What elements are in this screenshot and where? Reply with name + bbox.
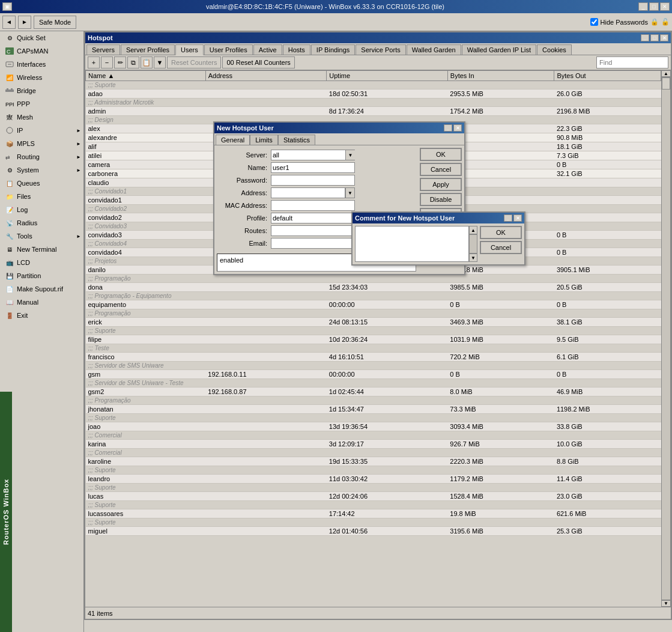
table-row[interactable]: lucas12d 00:24:061528.4 MiB23.0 GiB bbox=[86, 492, 661, 501]
sidebar-item-log[interactable]: 📝 Log bbox=[0, 203, 83, 216]
col-bytes-in[interactable]: Bytes In bbox=[447, 71, 554, 81]
sidebar-item-mesh[interactable]: 🕸 Mesh bbox=[0, 111, 83, 124]
filter-btn[interactable]: ▼ bbox=[154, 56, 166, 68]
profile-input[interactable] bbox=[271, 213, 355, 223]
sidebar-item-files[interactable]: 📁 Files bbox=[0, 190, 83, 203]
sidebar-item-new-terminal[interactable]: 🖥 New Terminal bbox=[0, 243, 83, 256]
table-row[interactable]: equipamento00:00:000 B0 B bbox=[86, 300, 661, 309]
tab-service-ports[interactable]: Service Ports bbox=[356, 44, 405, 55]
tab-users[interactable]: Users bbox=[175, 44, 204, 55]
name-input[interactable] bbox=[271, 162, 355, 173]
table-row[interactable]: lucassoares17:14:4219.8 MiB621.6 MiB bbox=[86, 509, 661, 518]
col-uptime[interactable]: Uptime bbox=[327, 71, 448, 81]
paste-btn[interactable]: 📋 bbox=[141, 56, 153, 68]
reset-all-counters-btn[interactable]: 00 Reset All Counters bbox=[222, 56, 294, 68]
table-row[interactable]: joao13d 19:36:543093.4 MiB33.8 GiB bbox=[86, 422, 661, 431]
col-name[interactable]: Name ▲ bbox=[86, 71, 206, 81]
sidebar-item-bridge[interactable]: Bridge bbox=[0, 84, 83, 97]
sidebar-item-mpls[interactable]: 📦 MPLS ► bbox=[0, 137, 83, 150]
sidebar-item-quick-set[interactable]: ⚙ Quick Set bbox=[0, 31, 83, 44]
table-row[interactable]: admin8d 17:36:241754.2 MiB2196.8 MiB bbox=[86, 107, 661, 116]
safe-mode-button[interactable]: Safe Mode bbox=[34, 16, 76, 29]
sidebar-item-lcd[interactable]: 📺 LCD bbox=[0, 256, 83, 269]
apply-button[interactable]: Apply bbox=[420, 178, 462, 191]
sidebar-item-system[interactable]: ⚙ System ► bbox=[0, 163, 83, 177]
tab-active[interactable]: Active bbox=[253, 44, 282, 55]
sidebar-item-ip[interactable]: IP ► bbox=[0, 124, 83, 137]
routes-input[interactable] bbox=[271, 225, 355, 236]
sidebar-item-partition[interactable]: 💾 Partition bbox=[0, 269, 83, 282]
sidebar-item-routing[interactable]: ⇄ Routing ► bbox=[0, 150, 83, 163]
sidebar-item-exit[interactable]: 🚪 Exit bbox=[0, 309, 83, 322]
table-row[interactable]: jhonatan1d 15:34:4773.3 MiB1198.2 MiB bbox=[86, 405, 661, 414]
sidebar-item-manual[interactable]: 📖 Manual bbox=[0, 296, 83, 309]
close-btn[interactable]: ✕ bbox=[660, 2, 670, 11]
sidebar-item-capsman[interactable]: C CAPsMAN bbox=[0, 44, 83, 58]
tab-servers[interactable]: Servers bbox=[86, 44, 120, 55]
title-bar-menu-btn[interactable]: ▣ bbox=[2, 2, 12, 11]
address-input[interactable] bbox=[271, 187, 345, 198]
comment-scroll-down[interactable]: ▼ bbox=[469, 254, 477, 262]
comment-dialog-minimize[interactable]: _ bbox=[504, 214, 512, 222]
copy-btn[interactable]: ⧉ bbox=[127, 56, 139, 68]
minimize-btn[interactable]: _ bbox=[638, 2, 648, 11]
table-row[interactable]: gsm2192.168.0.871d 02:45:448.0 MiB46.9 M… bbox=[86, 387, 661, 397]
ok-button[interactable]: OK bbox=[420, 148, 462, 161]
reset-counters-btn[interactable]: Reset Counters bbox=[167, 56, 221, 68]
comment-cancel-button[interactable]: Cancel bbox=[480, 241, 522, 254]
scroll-up-btn[interactable]: ▲ bbox=[661, 70, 671, 77]
nav-forward-btn[interactable]: ► bbox=[18, 16, 31, 29]
sidebar-item-wireless[interactable]: 📶 Wireless bbox=[0, 71, 83, 84]
nav-back-btn[interactable]: ◄ bbox=[2, 16, 16, 29]
col-bytes-out[interactable]: Bytes Out bbox=[554, 71, 661, 81]
new-user-tab-limits[interactable]: Limits bbox=[250, 135, 278, 145]
disable-button[interactable]: Disable bbox=[420, 193, 462, 206]
edit-btn[interactable]: ✏ bbox=[114, 56, 126, 68]
maximize-btn[interactable]: □ bbox=[649, 2, 659, 11]
tab-walled-garden[interactable]: Walled Garden bbox=[407, 44, 461, 55]
email-input[interactable] bbox=[271, 238, 355, 249]
tab-cookies[interactable]: Cookies bbox=[537, 44, 572, 55]
sidebar-item-make-supout[interactable]: 📄 Make Supout.rif bbox=[0, 282, 83, 296]
tab-walled-garden-ip[interactable]: Walled Garden IP List bbox=[462, 44, 536, 55]
tab-server-profiles[interactable]: Server Profiles bbox=[121, 44, 175, 55]
mac-input[interactable] bbox=[271, 200, 355, 211]
table-row[interactable]: adao18d 02:50:312953.5 MiB26.0 GiB bbox=[86, 90, 661, 99]
search-input[interactable] bbox=[596, 56, 668, 68]
comment-ok-button[interactable]: OK bbox=[480, 226, 522, 239]
tab-user-profiles[interactable]: User Profiles bbox=[204, 44, 253, 55]
scroll-thumb[interactable] bbox=[662, 77, 670, 90]
sidebar-item-tools[interactable]: 🔧 Tools ► bbox=[0, 229, 83, 243]
new-user-tab-general[interactable]: General bbox=[216, 135, 250, 145]
remove-btn[interactable]: − bbox=[101, 56, 113, 68]
table-row[interactable]: erick24d 08:13:153469.3 MiB38.1 GiB bbox=[86, 318, 661, 327]
table-row[interactable]: francisco4d 16:10:51720.2 MiB6.1 GiB bbox=[86, 353, 661, 362]
tab-hosts[interactable]: Hosts bbox=[283, 44, 310, 55]
table-row[interactable]: gsm192.168.0.1100:00:000 B0 B bbox=[86, 370, 661, 379]
sidebar-item-interfaces[interactable]: Interfaces bbox=[0, 58, 83, 71]
table-row[interactable]: leandro11d 03:30:421179.2 MiB11.4 GiB bbox=[86, 475, 661, 484]
new-user-dialog-close[interactable]: ✕ bbox=[453, 124, 462, 132]
tab-ip-bindings[interactable]: IP Bindings bbox=[311, 44, 355, 55]
table-row[interactable]: karina3d 12:09:17926.7 MiB10.0 GiB bbox=[86, 440, 661, 449]
table-row[interactable]: dona15d 23:34:033985.5 MiB20.5 GiB bbox=[86, 283, 661, 292]
sidebar-item-ppp[interactable]: PPP PPP bbox=[0, 97, 83, 111]
scroll-down-btn[interactable]: ▼ bbox=[661, 600, 671, 607]
add-btn[interactable]: + bbox=[88, 56, 100, 68]
cancel-button[interactable]: Cancel bbox=[420, 163, 462, 176]
comment-scroll-up[interactable]: ▲ bbox=[469, 226, 477, 234]
col-address[interactable]: Address bbox=[205, 71, 327, 81]
sidebar-item-radius[interactable]: 📡 Radius bbox=[0, 216, 83, 229]
hide-passwords-checkbox[interactable] bbox=[590, 18, 598, 26]
table-row[interactable]: filipe10d 20:36:241031.9 MiB9.5 GiB bbox=[86, 335, 661, 344]
new-user-dialog-minimize[interactable]: _ bbox=[444, 124, 452, 132]
comment-dialog-close[interactable]: ✕ bbox=[513, 214, 522, 222]
table-row[interactable]: karoline19d 15:33:352220.3 MiB8.8 GiB bbox=[86, 457, 661, 466]
password-input[interactable] bbox=[271, 175, 355, 186]
server-select[interactable]: all bbox=[271, 150, 355, 160]
hotspot-maximize-btn[interactable]: □ bbox=[650, 34, 659, 41]
hotspot-close-btn[interactable]: ✕ bbox=[660, 34, 668, 41]
comment-textarea[interactable] bbox=[355, 226, 469, 262]
new-user-tab-statistics[interactable]: Statistics bbox=[278, 135, 315, 145]
hotspot-minimize-btn[interactable]: _ bbox=[641, 34, 649, 41]
